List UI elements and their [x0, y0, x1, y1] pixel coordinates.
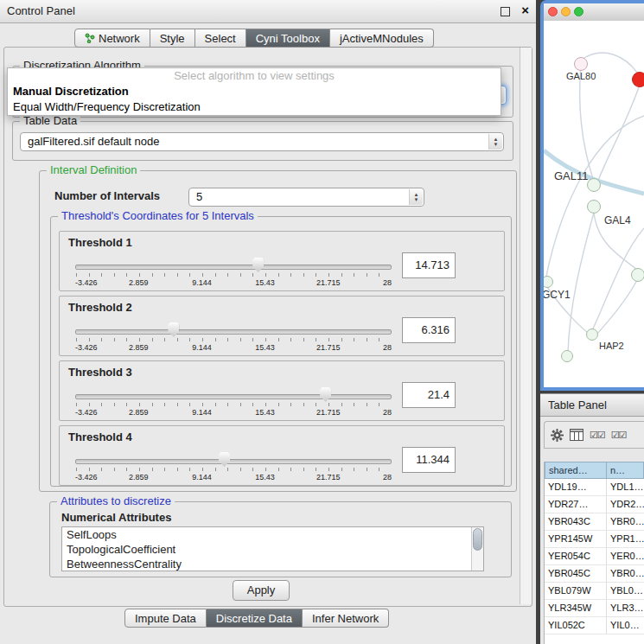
tab-label: Impute Data — [135, 609, 196, 628]
show-columns-icon[interactable] — [570, 429, 583, 441]
vertical-scrollbar[interactable] — [520, 48, 532, 604]
window-title: Control Panel — [7, 4, 75, 17]
table-cell: YPR1… — [607, 531, 644, 547]
scale-tick-label: 15.43 — [255, 473, 275, 481]
threshold-label: Threshold 3 — [68, 366, 132, 379]
slider-track[interactable] — [75, 265, 392, 270]
slider-track[interactable] — [75, 394, 392, 399]
tab-select[interactable]: Select — [195, 29, 246, 48]
combo-value: galFiltered.sif default node — [28, 133, 159, 150]
slider-thumb[interactable] — [252, 258, 264, 272]
table-data-combobox[interactable]: galFiltered.sif default node ▲ ▼ — [20, 132, 504, 151]
tab-discretize-data[interactable]: Discretize Data — [207, 609, 303, 628]
table-panel-titlebar[interactable]: Table Panel — [540, 394, 644, 417]
table-cell: YBR045C — [545, 565, 607, 582]
scale-tick-label: 28 — [383, 343, 392, 352]
column-header-name[interactable]: n… — [607, 462, 644, 479]
tab-label: jActiveMNodules — [340, 29, 424, 48]
minimize-traffic-light-icon[interactable] — [561, 7, 571, 16]
scrollbar-thumb[interactable] — [473, 528, 482, 551]
slider-thumb[interactable] — [219, 452, 230, 467]
node-gal80[interactable] — [574, 57, 588, 71]
network-view-window: GAL80GAL11GAL4GCY1HAP2 — [540, 0, 644, 391]
attribute-item[interactable]: TopologicalCoefficient — [62, 542, 483, 557]
attribute-item[interactable]: BetweennessCentrality — [62, 557, 483, 571]
table-cell: YBL0… — [607, 583, 644, 599]
threshold-2-value-field[interactable]: 6.316 — [402, 317, 456, 343]
table-row[interactable]: YPR145WYPR1… — [545, 531, 644, 548]
tab-jactivemnodules[interactable]: jActiveMNodules — [330, 29, 434, 48]
threshold-1-value-field[interactable]: 14.713 — [402, 252, 456, 278]
tab-network[interactable]: Network — [74, 29, 150, 48]
threshold-3-slider[interactable]: -3.4262.8599.14415.4321.71528 — [75, 384, 392, 418]
algorithm-dropdown-popup: Select algorithm to view settings Manual… — [7, 67, 501, 116]
close-icon[interactable]: × — [521, 3, 529, 17]
table-cell: YBR043C — [545, 513, 607, 530]
list-scrollbar[interactable] — [471, 527, 483, 571]
node-attribute-table[interactable]: shared… n… YDL19…YDL1…YDR27…YDR2…YBR043C… — [544, 462, 644, 644]
table-cell: YBL079W — [545, 583, 607, 599]
dropdown-placeholder: Select algorithm to view settings — [8, 68, 501, 84]
attribute-item[interactable]: SelfLoops — [62, 527, 483, 542]
threshold-4-panel: Threshold 4 -3.4262.8599.14415.4321.7152… — [59, 425, 505, 486]
node[interactable] — [631, 268, 644, 282]
slider-track[interactable] — [75, 329, 392, 335]
table-cell: YBR0… — [607, 513, 644, 530]
table-cell: YDL1… — [607, 479, 644, 495]
node-gal4[interactable] — [587, 200, 601, 214]
number-of-intervals-combobox[interactable]: 5 ▲ ▼ — [188, 188, 424, 207]
group-title: Table Data — [20, 114, 80, 127]
threshold-2-slider[interactable]: -3.4262.8599.14415.4321.71528 — [75, 319, 392, 354]
group-title: Interval Definition — [47, 163, 140, 176]
node-label: GAL11 — [554, 169, 589, 182]
tab-label: Network — [99, 29, 140, 48]
table-toolbar: ☑☑ ☑☑ — [544, 421, 644, 449]
table-row[interactable]: YBR043CYBR0… — [545, 513, 644, 531]
float-window-icon[interactable] — [501, 7, 510, 16]
apply-button[interactable]: Apply — [233, 580, 290, 601]
table-row[interactable]: YLR345WYLR3… — [545, 600, 644, 617]
scale-tick-label: -3.426 — [75, 343, 98, 352]
node-gal11[interactable] — [587, 178, 601, 192]
slider-thumb[interactable] — [168, 322, 179, 337]
table-row[interactable]: YDR27…YDR2… — [545, 496, 644, 513]
combo-stepper-icon[interactable]: ▲ ▼ — [409, 189, 423, 205]
threshold-4-slider[interactable]: -3.4262.8599.14415.4321.71528 — [75, 449, 392, 483]
combo-stepper-icon[interactable]: ▲ ▼ — [488, 134, 502, 150]
control-panel-window: Control Panel × Network Style Select Cyn… — [0, 0, 536, 644]
scale-tick-label: 9.144 — [192, 343, 212, 352]
slider-track[interactable] — [75, 459, 392, 464]
threshold-3-value-field[interactable]: 21.4 — [402, 382, 456, 408]
slider-ticks — [76, 338, 391, 341]
threshold-1-slider[interactable]: -3.4262.8599.14415.4321.71528 — [75, 254, 392, 289]
table-row[interactable]: YDL19…YDL1… — [545, 479, 644, 496]
table-row[interactable]: YER054CYER0… — [545, 548, 644, 565]
control-panel-titlebar[interactable]: Control Panel × — [0, 0, 536, 23]
close-traffic-light-icon[interactable] — [548, 7, 558, 16]
dropdown-item-manual-discretization[interactable]: Manual Discretization — [8, 84, 501, 99]
scale-tick-label: 21.715 — [316, 278, 341, 287]
network-window-titlebar[interactable] — [544, 3, 644, 22]
table-row[interactable]: YBR045CYBR0… — [545, 565, 644, 583]
column-header-shared-name[interactable]: shared… — [545, 462, 607, 479]
table-row[interactable]: YIL052CYIL0… — [545, 617, 644, 634]
network-canvas[interactable]: GAL80GAL11GAL4GCY1HAP2 — [544, 21, 644, 387]
table-row[interactable]: YBL079WYBL0… — [545, 583, 644, 600]
select-all-attributes-icon[interactable]: ☑☑ — [611, 430, 627, 441]
gear-icon[interactable] — [551, 429, 564, 442]
select-attributes-icon[interactable]: ☑☑ — [590, 430, 605, 441]
tab-impute-data[interactable]: Impute Data — [124, 609, 207, 628]
node[interactable] — [561, 350, 573, 362]
numerical-attributes-list[interactable]: SelfLoopsTopologicalCoefficientBetweenne… — [61, 526, 484, 571]
interval-definition-group: Interval Definition Number of Intervals … — [39, 170, 517, 492]
tab-cyni-toolbox[interactable]: Cyni Toolbox — [246, 29, 330, 48]
tab-style[interactable]: Style — [150, 29, 195, 48]
slider-scale-labels: -3.4262.8599.14415.4321.71528 — [75, 408, 392, 418]
slider-thumb[interactable] — [320, 387, 331, 402]
threshold-4-value-field[interactable]: 11.344 — [402, 447, 456, 473]
node-hap2[interactable] — [586, 328, 598, 341]
tab-infer-network[interactable]: Infer Network — [303, 609, 389, 628]
zoom-traffic-light-icon[interactable] — [574, 7, 583, 16]
node[interactable] — [632, 72, 644, 87]
dropdown-item-equal-width-frequency[interactable]: Equal Width/Frequency Discretization — [8, 99, 501, 115]
